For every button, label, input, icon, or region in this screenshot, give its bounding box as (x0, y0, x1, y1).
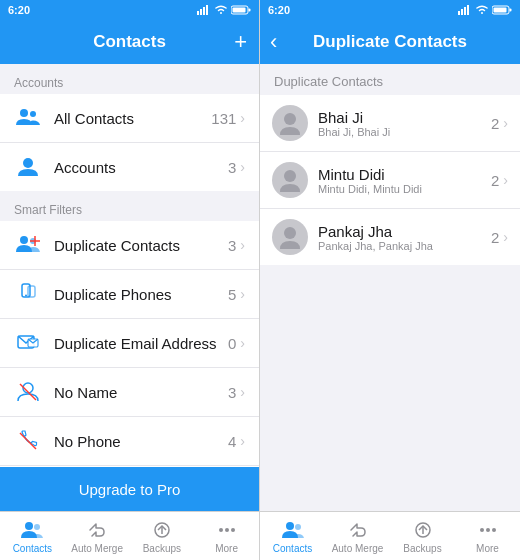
no-name-count: 3 (228, 384, 236, 401)
tab-backups-label-right: Backups (403, 543, 441, 554)
duplicate-email-item[interactable]: Duplicate Email Address 0 › (0, 319, 259, 368)
svg-point-35 (284, 113, 296, 125)
accounts-chevron: › (240, 159, 245, 175)
svg-point-25 (34, 524, 40, 530)
svg-rect-0 (197, 11, 199, 15)
svg-rect-6 (233, 8, 246, 13)
duplicate-phones-label: Duplicate Phones (54, 286, 228, 303)
dup-info-bhaiji: Bhai Ji Bhai Ji, Bhai Ji (318, 109, 491, 138)
avatar-bhaiji (272, 105, 308, 141)
accounts-item[interactable]: Accounts 3 › (0, 143, 259, 191)
no-name-item[interactable]: No Name 3 › (0, 368, 259, 417)
tab-bar-right: Contacts Auto Merge Backups (260, 511, 520, 560)
duplicate-phones-count: 5 (228, 286, 236, 303)
left-panel: 6:20 Contacts + (0, 0, 260, 560)
dup-sub-mintudidi: Mintu Didi, Mintu Didi (318, 183, 491, 195)
backups-tab-icon (151, 519, 173, 541)
status-time-right: 6:20 (268, 4, 290, 16)
battery-icon-right (492, 5, 512, 15)
svg-rect-1 (200, 9, 202, 15)
all-contacts-count: 131 (211, 110, 236, 127)
accounts-icon (14, 153, 42, 181)
svg-rect-5 (249, 9, 251, 12)
tab-contacts-right[interactable]: Contacts (260, 519, 325, 554)
svg-point-37 (284, 227, 296, 239)
svg-point-7 (20, 109, 28, 117)
upgrade-banner[interactable]: Upgrade to Pro (0, 467, 259, 511)
tab-automerge-left[interactable]: Auto Merge (65, 519, 130, 554)
dup-chevron-mintudidi: › (503, 172, 508, 188)
back-button[interactable]: ‹ (270, 29, 277, 55)
duplicate-phones-item[interactable]: Duplicate Phones 5 › (0, 270, 259, 319)
dup-count-mintudidi: 2 (491, 172, 499, 189)
navbar-title-right: Duplicate Contacts (313, 32, 467, 52)
duplicate-list: Bhai Ji Bhai Ji, Bhai Ji 2 › Mintu Didi … (260, 95, 520, 265)
tab-backups-label-left: Backups (143, 543, 181, 554)
dup-section-header: Duplicate Contacts (260, 64, 520, 95)
tab-more-right[interactable]: More (455, 519, 520, 554)
svg-point-36 (284, 170, 296, 182)
duplicate-email-count: 0 (228, 335, 236, 352)
svg-rect-16 (28, 286, 35, 297)
svg-rect-34 (494, 8, 507, 13)
right-scroll-area: Duplicate Contacts Bhai Ji Bhai Ji, Bhai… (260, 64, 520, 511)
dup-sub-bhaiji: Bhai Ji, Bhai Ji (318, 126, 491, 138)
dup-item-mintudidi[interactable]: Mintu Didi Mintu Didi, Mintu Didi 2 › (260, 152, 520, 209)
svg-point-38 (286, 522, 294, 530)
smart-filters-section-header: Smart Filters (0, 191, 259, 221)
svg-rect-2 (203, 7, 205, 15)
all-contacts-item[interactable]: All Contacts 131 › (0, 94, 259, 143)
tab-backups-left[interactable]: Backups (130, 519, 195, 554)
tab-bar-left: Contacts Auto Merge Backups (0, 511, 259, 560)
tab-automerge-label-left: Auto Merge (71, 543, 123, 554)
tab-more-label-left: More (215, 543, 238, 554)
dup-item-bhaiji[interactable]: Bhai Ji Bhai Ji, Bhai Ji 2 › (260, 95, 520, 152)
contacts-tab-icon-right (282, 519, 304, 541)
accounts-section-header: Accounts (0, 64, 259, 94)
no-phone-label: No Phone (54, 433, 228, 450)
navbar-left: Contacts + (0, 20, 259, 64)
dup-sub-pankajjha: Pankaj Jha, Pankaj Jha (318, 240, 491, 252)
no-name-chevron: › (240, 384, 245, 400)
automerge-tab-icon (86, 519, 108, 541)
tab-more-left[interactable]: More (194, 519, 259, 554)
dup-name-bhaiji: Bhai Ji (318, 109, 491, 126)
duplicate-phones-chevron: › (240, 286, 245, 302)
dup-count-pankajjha: 2 (491, 229, 499, 246)
duplicate-contacts-item[interactable]: Duplicate Contacts 3 › (0, 221, 259, 270)
accounts-list: All Contacts 131 › Accounts 3 › (0, 94, 259, 191)
dup-chevron-pankajjha: › (503, 229, 508, 245)
wifi-icon-right (475, 5, 489, 15)
no-phone-icon (14, 427, 42, 455)
accounts-label: Accounts (54, 159, 228, 176)
svg-point-8 (30, 111, 36, 117)
tab-backups-right[interactable]: Backups (390, 519, 455, 554)
add-contact-button[interactable]: + (234, 29, 247, 55)
tab-contacts-left[interactable]: Contacts (0, 519, 65, 554)
svg-point-39 (295, 524, 301, 530)
svg-rect-30 (464, 7, 466, 15)
svg-point-24 (25, 522, 33, 530)
tab-contacts-label-right: Contacts (273, 543, 312, 554)
no-phone-item[interactable]: No Phone 4 › (0, 417, 259, 466)
status-bar-left: 6:20 (0, 0, 259, 20)
status-bar-right: 6:20 (260, 0, 520, 20)
svg-rect-3 (206, 5, 208, 15)
duplicate-email-chevron: › (240, 335, 245, 351)
avatar-mintudidi (272, 162, 308, 198)
all-contacts-label: All Contacts (54, 110, 211, 127)
dup-info-pankajjha: Pankaj Jha Pankaj Jha, Pankaj Jha (318, 223, 491, 252)
filters-list: Duplicate Contacts 3 › Duplicate Phones … (0, 221, 259, 467)
more-tab-icon-right (477, 519, 499, 541)
svg-point-9 (23, 158, 33, 168)
dup-name-pankajjha: Pankaj Jha (318, 223, 491, 240)
status-icons-left (197, 5, 251, 15)
avatar-pankajjha (272, 219, 308, 255)
left-scroll-area: Accounts All Contacts 131 › (0, 64, 259, 467)
svg-point-10 (20, 236, 28, 244)
no-name-icon (14, 378, 42, 406)
dup-item-pankajjha[interactable]: Pankaj Jha Pankaj Jha, Pankaj Jha 2 › (260, 209, 520, 265)
tab-automerge-right[interactable]: Auto Merge (325, 519, 390, 554)
right-panel: 6:20 ‹ Duplicate Contacts (260, 0, 520, 560)
tab-more-label-right: More (476, 543, 499, 554)
